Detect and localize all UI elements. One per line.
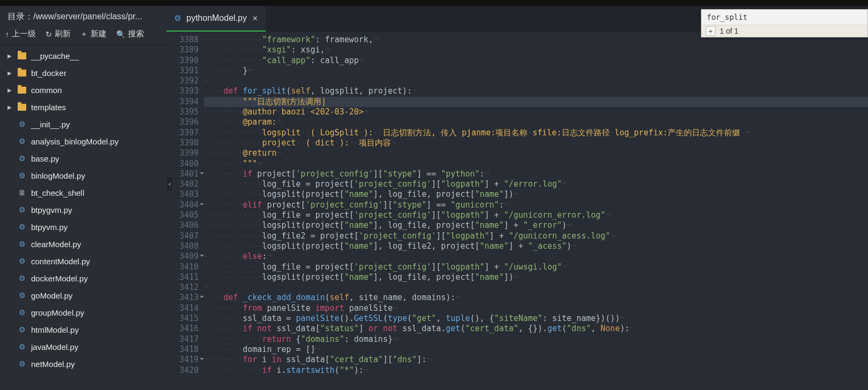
code-line[interactable]: ············logsplit(project["name"], lo… (204, 189, 868, 200)
line-number: 3391 (167, 66, 204, 76)
line-number: 3395 (167, 107, 204, 117)
refresh-button[interactable]: ↻刷新 (46, 29, 71, 39)
tree-folder[interactable]: ▶__pycache__ (0, 47, 167, 64)
code-line[interactable]: ············log_file = project['project_… (204, 262, 868, 272)
line-number: 3413 (167, 293, 204, 303)
code-line[interactable]: ········"""¬ (204, 159, 868, 169)
editor[interactable]: ‹ 33883389339033913392339333943395339633… (167, 32, 868, 390)
tree-label: netModel.py (31, 360, 75, 369)
chevron-right-icon: ▶ (7, 70, 13, 76)
tab-title: pythonModel.py (186, 13, 247, 23)
tree-label: btpyvm.py (31, 223, 67, 232)
tree-file[interactable]: ⚙htmlModel.py (0, 321, 167, 338)
new-button[interactable]: ＋新建 (80, 29, 107, 39)
code-line[interactable]: ········ssl_data = panelSite().GetSSL(ty… (204, 313, 868, 324)
line-number: 3404 (167, 200, 204, 210)
code-line[interactable]: ········elif project['project_config']["… (204, 200, 868, 210)
tree-file[interactable]: ⚙analysis_binlogModel.py (0, 133, 167, 150)
code-line[interactable]: ············"call_app": call_app¬ (204, 56, 868, 66)
tree-file[interactable]: ⚙dockerModel.py (0, 270, 167, 287)
directory-path: 目录：/www/server/panel/class/pr... (0, 6, 167, 26)
find-input[interactable]: for_split (701, 10, 867, 25)
code-line[interactable]: ············"xsgi": xsgi,¬ (204, 45, 868, 55)
code-line[interactable]: ············if i.startswith("*"):¬ (204, 365, 868, 376)
file-explorer-sidebar: 目录：/www/server/panel/class/pr... ↑上一级 ↻刷… (0, 6, 167, 390)
folder-icon (17, 52, 27, 59)
tree-file[interactable]: ⚙groupModel.py (0, 304, 167, 321)
tree-file[interactable]: ⚙goModel.py (0, 287, 167, 304)
find-panel[interactable]: for_split + 1 of 1 (701, 9, 868, 37)
find-status-bar: + 1 of 1 (701, 25, 867, 37)
code-line[interactable]: ········"""日志切割方法调用| (204, 97, 868, 107)
tree-label: goModel.py (31, 291, 73, 300)
up-button[interactable]: ↑上一级 (5, 29, 36, 39)
tree-label: base.py (31, 154, 59, 163)
tree-label: binlogModel.py (31, 171, 85, 180)
code-view[interactable]: ············"framework": framework,¬····… (204, 32, 868, 390)
tree-label: clearModel.py (31, 240, 81, 249)
tree-file[interactable]: ⚙btpyvm.py (0, 218, 167, 235)
code-line[interactable]: ········@return¬ (204, 148, 868, 158)
code-line[interactable]: ············logsplit(project["name"], lo… (204, 241, 868, 251)
line-number: 3414 (167, 303, 204, 313)
line-number: 3415 (167, 313, 204, 324)
code-line[interactable]: ············return {"domains": domains}¬ (204, 334, 868, 345)
code-line[interactable]: ········if not ssl_data["status"] or not… (204, 324, 868, 334)
path-label: 目录： (7, 12, 33, 21)
tab-active[interactable]: ⚙ pythonModel.py ✕ (167, 6, 266, 32)
tree-label: groupModel.py (31, 308, 84, 317)
python-icon: ⚙ (17, 274, 27, 282)
tree-folder[interactable]: ▶templates (0, 98, 167, 116)
tree-folder[interactable]: ▶bt_docker (0, 64, 167, 81)
code-line[interactable]: ¬ (204, 282, 868, 293)
search-button[interactable]: 🔍搜索 (116, 29, 144, 39)
tree-label: __init__.py (31, 120, 70, 129)
line-number: 3390 (167, 56, 204, 66)
line-number: 3400 (167, 159, 204, 169)
tree-file[interactable]: ⚙binlogModel.py (0, 167, 167, 184)
code-line[interactable]: ········for i in ssl_data["cert_data"]["… (204, 355, 868, 365)
tree-file[interactable]: ⚙contentModel.py (0, 253, 167, 270)
line-number: 3399 (167, 148, 204, 158)
tree-file[interactable]: ⚙btpygvm.py (0, 201, 167, 218)
tree-file[interactable]: ⚙clearModel.py (0, 235, 167, 253)
line-number: 3420 (167, 365, 204, 376)
line-number: 3419 (167, 355, 204, 365)
code-line[interactable]: ············log_file2 = project['project… (204, 231, 868, 241)
code-line[interactable]: ············log_file = project['project_… (204, 210, 868, 220)
code-line[interactable]: ········@param:¬ (204, 117, 868, 127)
tree-file[interactable]: ⚙javaModel.py (0, 338, 167, 355)
line-number: 3417 (167, 334, 204, 345)
line-number: 3407 (167, 231, 204, 241)
sidebar-collapse-handle[interactable]: ‹ (167, 176, 173, 192)
file-tree[interactable]: ▶__pycache__▶bt_docker▶common▶templates⚙… (0, 45, 167, 390)
code-line[interactable]: ············log_file = project['project_… (204, 179, 868, 189)
code-line[interactable]: ········}¬ (204, 66, 868, 76)
line-number: 3409 (167, 251, 204, 262)
tree-label: bt_check_shell (31, 188, 84, 197)
tree-file[interactable]: ⚙base.py (0, 150, 167, 167)
tree-file[interactable]: 🗎bt_check_shell (0, 184, 167, 201)
close-icon[interactable]: ✕ (252, 14, 258, 22)
code-line[interactable]: ········else:¬ (204, 251, 868, 262)
code-line[interactable]: ············logsplit··(·LogSplit·):··日志切… (204, 128, 868, 138)
find-add-button[interactable]: + (706, 26, 715, 36)
code-line[interactable]: ········if project['project_config']["st… (204, 169, 868, 179)
path-value: /www/server/panel/class/pr... (33, 12, 142, 21)
tree-file[interactable]: ⚙netModel.py (0, 355, 167, 372)
code-line[interactable]: ¬ (204, 76, 868, 86)
code-line[interactable]: ····def for_split(self, logsplit, projec… (204, 86, 868, 96)
code-line[interactable]: ············logsplit(project["name"], lo… (204, 220, 868, 231)
code-line[interactable]: ····def _ckeck_add_domain(self, site_nam… (204, 293, 868, 303)
tree-folder[interactable]: ▶common (0, 81, 167, 98)
code-line[interactable]: ········from panelSite import panelSite¬ (204, 303, 868, 313)
code-line[interactable]: ········@author·baozi·<202-03-20>¬ (204, 107, 868, 117)
tree-file[interactable]: ⚙__init__.py (0, 116, 167, 133)
folder-icon (17, 87, 27, 94)
code-line[interactable]: ········domain_rep = []¬ (204, 345, 868, 355)
code-line[interactable]: ············logsplit(project["name"], lo… (204, 272, 868, 282)
line-number: 3393 (167, 86, 204, 96)
code-line[interactable]: ············project··(·dict·):··项目内容¬ (204, 138, 868, 148)
tree-label: contentModel.py (31, 257, 90, 266)
folder-icon (17, 70, 27, 77)
